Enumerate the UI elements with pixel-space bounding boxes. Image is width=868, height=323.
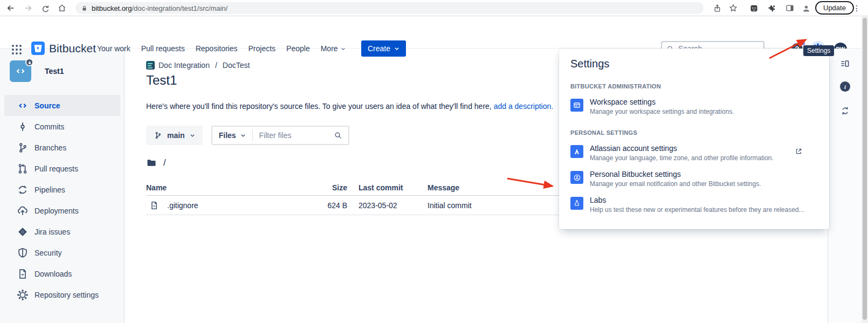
browser-profile-icon[interactable]	[800, 2, 812, 15]
repo-name: Test1	[45, 67, 64, 75]
menu-item-title[interactable]: Workspace settings	[590, 98, 734, 106]
https-lock-icon	[81, 5, 88, 12]
bitbucket-mark-icon	[31, 42, 45, 55]
chevron-down-icon	[394, 46, 399, 51]
nav-repositories[interactable]: Repositories	[190, 44, 243, 53]
branch-selector[interactable]: main	[146, 126, 203, 145]
sidebar-item-source[interactable]: Source	[4, 95, 120, 116]
extension-icon[interactable]	[747, 2, 760, 15]
file-filter-group: Files	[211, 126, 349, 145]
menu-item-description: Manage your workspace settings and integ…	[590, 108, 734, 115]
menu-item-description: Manage your email notification and other…	[590, 180, 761, 188]
sidebar-item-branches[interactable]: Branches	[4, 137, 120, 158]
chevron-down-icon	[341, 46, 346, 51]
branch-icon	[154, 131, 162, 140]
menu-item-personal-bitbucket-settings[interactable]: Personal Bitbucket settings Manage your …	[570, 170, 818, 188]
file-size: 624 B	[297, 201, 347, 210]
nav-pull-requests[interactable]: Pull requests	[136, 44, 190, 53]
code-icon	[16, 99, 29, 112]
chevron-down-icon	[190, 133, 195, 138]
menu-item-atlassian-account-settings[interactable]: Atlassian account settings Manage your l…	[570, 144, 818, 162]
section-personal-settings: PERSONAL SETTINGS	[570, 129, 818, 136]
section-bitbucket-administration: BITBUCKET ADMINISTRATION	[570, 83, 818, 90]
sidebar-item-repository-settings[interactable]: Repository settings	[4, 284, 120, 305]
pull-request-icon	[16, 162, 29, 175]
menu-item-labs[interactable]: Labs Help us test these new or experimen…	[570, 196, 818, 214]
file-last-commit[interactable]: 2023-05-02	[359, 201, 416, 210]
sync-icon[interactable]	[838, 104, 851, 117]
browser-menu-icon[interactable]: ⋮	[853, 2, 860, 15]
external-link-icon	[795, 147, 803, 155]
col-header-last-commit[interactable]: Last commit	[359, 183, 416, 192]
breadcrumb-workspace[interactable]: Doc Integration	[159, 61, 210, 70]
address-bar[interactable]: bitbucket.org/doc-integration/test1/src/…	[75, 2, 704, 14]
right-rail: i	[828, 49, 862, 323]
settings-dropdown: Settings BITBUCKET ADMINISTRATION Worksp…	[559, 49, 829, 229]
menu-item-title[interactable]: Personal Bitbucket settings	[590, 170, 761, 178]
sidebar-item-deployments[interactable]: Deployments	[4, 200, 120, 221]
commits-icon	[16, 120, 29, 133]
sidebar-item-pipelines[interactable]: Pipelines	[4, 179, 120, 200]
col-header-name[interactable]: Name	[146, 183, 297, 192]
share-icon[interactable]	[711, 2, 724, 15]
repo-sidebar: Test1 Source Commits Branches Pull reque…	[0, 49, 125, 323]
side-panel-icon[interactable]	[783, 2, 796, 15]
menu-item-description: Manage your language, time zone, and oth…	[590, 154, 774, 162]
file-name-link[interactable]: .gitignore	[167, 201, 198, 210]
menu-item-title[interactable]: Labs	[590, 196, 804, 204]
sidebar-item-pull-requests[interactable]: Pull requests	[4, 158, 120, 179]
nav-more[interactable]: More	[315, 44, 351, 53]
browser-toolbar: bitbucket.org/doc-integration/test1/src/…	[0, 0, 868, 16]
app-switcher-icon[interactable]	[10, 43, 24, 57]
url-domain: bitbucket.org	[92, 4, 132, 12]
file-icon	[149, 201, 159, 210]
branch-icon	[16, 141, 29, 154]
browser-home-icon[interactable]	[56, 2, 68, 15]
filter-files-input[interactable]	[253, 131, 334, 140]
details-panel-icon[interactable]	[838, 57, 851, 70]
files-dropdown[interactable]: Files	[212, 127, 252, 144]
puzzle-extensions-icon[interactable]	[766, 2, 779, 15]
repo-card[interactable]: Test1	[10, 60, 64, 82]
nav-projects[interactable]: Projects	[243, 44, 281, 53]
page-scrollbar[interactable]	[862, 16, 868, 323]
bitbucket-logo[interactable]: Bitbucket	[31, 42, 96, 55]
source-toolbar: main Files	[146, 126, 349, 145]
flask-icon	[570, 197, 583, 210]
search-icon	[334, 131, 348, 140]
shield-icon	[16, 246, 29, 259]
sidebar-item-commits[interactable]: Commits	[4, 116, 120, 137]
menu-item-title[interactable]: Atlassian account settings	[590, 144, 774, 153]
sidebar-item-security[interactable]: Security	[4, 242, 120, 263]
sidebar-item-downloads[interactable]: Downloads	[4, 263, 120, 284]
browser-update-button[interactable]: Update	[815, 1, 854, 15]
pipelines-icon	[16, 183, 29, 196]
browser-reload-icon[interactable]	[39, 2, 52, 15]
path-label[interactable]: /	[163, 158, 166, 168]
browser-forward-icon[interactable]	[22, 2, 35, 15]
menu-item-description: Help us test these new or experimental f…	[590, 206, 804, 214]
sidebar-item-jira-issues[interactable]: Jira issues	[4, 221, 120, 242]
scrollbar-thumb[interactable]	[863, 18, 867, 320]
downloads-icon	[16, 267, 29, 280]
page-title: Test1	[146, 73, 177, 88]
create-button[interactable]: Create	[361, 40, 406, 57]
col-header-size[interactable]: Size	[297, 183, 347, 192]
repo-avatar	[10, 60, 31, 82]
info-icon[interactable]: i	[840, 81, 850, 92]
breadcrumb: Doc Integration / DocTest	[146, 61, 250, 70]
browser-back-icon[interactable]	[4, 2, 17, 15]
bitbucket-wordmark: Bitbucket	[49, 42, 96, 55]
add-description-link[interactable]: add a description.	[494, 102, 554, 111]
chevron-down-icon	[240, 133, 246, 138]
jira-icon	[16, 225, 29, 238]
breadcrumb-separator: /	[215, 61, 217, 70]
code-icon	[15, 65, 26, 77]
settings-tooltip: Settings	[803, 45, 834, 56]
breadcrumb-project[interactable]: DocTest	[223, 61, 250, 70]
nav-your-work[interactable]: Your work	[92, 44, 136, 53]
menu-item-workspace-settings[interactable]: Workspace settings Manage your workspace…	[570, 98, 818, 115]
folder-icon	[146, 157, 157, 168]
bookmark-star-icon[interactable]	[727, 2, 740, 15]
nav-people[interactable]: People	[281, 44, 315, 53]
